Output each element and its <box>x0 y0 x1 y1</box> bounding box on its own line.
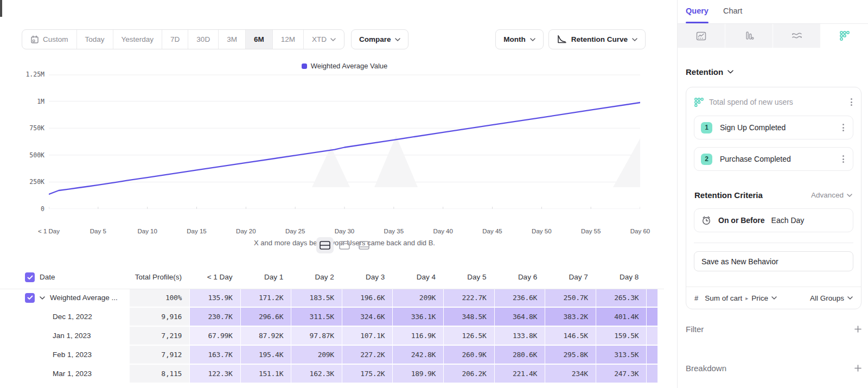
total-profiles-cell[interactable]: 7,912 <box>130 346 189 364</box>
retention-condition[interactable]: On or Before Each Day <box>694 208 853 232</box>
add-breakdown-icon[interactable] <box>854 365 861 372</box>
column-header[interactable]: Day 2 <box>291 267 342 288</box>
retention-value-cell[interactable]: 87.92K <box>241 327 291 345</box>
add-filter-icon[interactable] <box>854 326 861 333</box>
retention-value-cell[interactable]: 364.8K <box>495 308 545 326</box>
step-menu-button[interactable] <box>840 153 846 165</box>
row-date-label[interactable]: Jan 1, 2023 <box>0 327 129 345</box>
retention-value-cell[interactable]: 311.5K <box>291 308 342 326</box>
retention-value-cell[interactable]: 159.5K <box>596 327 647 345</box>
retention-value-cell[interactable]: 236.6K <box>495 289 545 307</box>
retention-value-cell[interactable]: 209K <box>291 346 342 364</box>
retention-value-cell[interactable]: 295.8K <box>545 346 596 364</box>
retention-value-cell[interactable]: 280.6K <box>495 346 545 364</box>
chart-plot-area[interactable] <box>49 74 640 209</box>
table-row-label[interactable]: Weighted Average ... <box>0 289 129 307</box>
split-view-button[interactable] <box>316 237 334 253</box>
retention-value-cell[interactable]: 196.6K <box>342 289 393 307</box>
table-view-button[interactable] <box>355 237 373 253</box>
section-header[interactable]: Retention <box>678 48 868 77</box>
range-custom[interactable]: Custom <box>22 30 77 49</box>
retention-value-cell[interactable]: 162.3K <box>291 365 342 383</box>
retention-value-cell[interactable]: 247.3K <box>596 365 647 383</box>
column-header[interactable]: Day 4 <box>393 267 443 288</box>
retention-value-cell[interactable]: 135.9K <box>190 289 240 307</box>
column-header[interactable]: Day 3 <box>342 267 393 288</box>
range-3m[interactable]: 3M <box>219 30 246 49</box>
range-7d[interactable]: 7D <box>162 30 188 49</box>
step-menu-button[interactable] <box>840 122 846 133</box>
retention-value-cell[interactable]: 230.7K <box>190 308 240 326</box>
retention-value-cell[interactable]: 401.4K <box>596 308 647 326</box>
retention-value-cell[interactable]: 133.8K <box>495 327 545 345</box>
row-date-label[interactable]: Dec 1, 2022 <box>0 308 129 326</box>
behavior-step-1[interactable]: 1Sign Up Completed <box>694 116 853 139</box>
row-date-label[interactable]: Mar 1, 2023 <box>0 365 129 383</box>
column-header[interactable]: Total Profile(s) <box>130 267 189 288</box>
retention-value-cell[interactable]: 122.3K <box>190 365 240 383</box>
retention-value-cell[interactable]: 242.8K <box>393 346 443 364</box>
retention-value-cell[interactable]: 151.1K <box>241 365 291 383</box>
flows-tab[interactable] <box>773 24 821 48</box>
save-as-new-behavior-button[interactable]: Save as New Behavior <box>694 251 853 271</box>
column-header[interactable]: Day 1 <box>241 267 291 288</box>
all-groups-dropdown[interactable]: All Groups <box>810 294 853 302</box>
retention-value-cell[interactable]: 97.87K <box>291 327 342 345</box>
retention-value-cell[interactable]: 250.7K <box>545 289 596 307</box>
range-30d[interactable]: 30D <box>188 30 219 49</box>
total-profiles-cell[interactable]: 7,219 <box>130 327 189 345</box>
column-header[interactable]: Day 8 <box>596 267 647 288</box>
range-today[interactable]: Today <box>77 30 113 49</box>
retention-value-cell[interactable]: 313.5K <box>596 346 647 364</box>
total-profiles-cell[interactable]: 100% <box>130 289 189 307</box>
retention-value-cell[interactable]: 265.3K <box>596 289 647 307</box>
row-checkbox[interactable] <box>25 293 35 303</box>
compare-button[interactable]: Compare <box>351 29 409 49</box>
retention-value-cell[interactable]: 383.2K <box>545 308 596 326</box>
measure-row[interactable]: # Sum of cart ▸ Price All Groups <box>686 287 861 309</box>
range-6m[interactable]: 6M <box>246 30 273 49</box>
range-xtd[interactable]: XTD <box>304 30 344 49</box>
tab-query[interactable]: Query <box>686 7 709 23</box>
retention-value-cell[interactable]: 146.5K <box>545 327 596 345</box>
chart-legend[interactable]: Weighted Average Value <box>49 62 640 70</box>
range-yesterday[interactable]: Yesterday <box>113 30 163 49</box>
retention-value-cell[interactable]: 107.1K <box>342 327 393 345</box>
retention-value-cell[interactable]: 234K <box>545 365 596 383</box>
retention-value-cell[interactable]: 221.4K <box>495 365 545 383</box>
retention-value-cell[interactable]: 189.9K <box>393 365 443 383</box>
retention-value-cell[interactable]: 227.2K <box>342 346 393 364</box>
retention-value-cell[interactable]: 260.9K <box>444 346 494 364</box>
retention-value-cell[interactable]: 222.7K <box>444 289 494 307</box>
column-header[interactable]: Day 6 <box>495 267 545 288</box>
behavior-menu-button[interactable] <box>848 96 854 108</box>
chart-type-dropdown[interactable]: Retention Curve <box>548 29 646 49</box>
retention-value-cell[interactable]: 195.4K <box>241 346 291 364</box>
granularity-dropdown[interactable]: Month <box>495 29 543 49</box>
retention-value-cell[interactable]: 206.2K <box>444 365 494 383</box>
row-checkbox[interactable] <box>25 272 35 282</box>
tab-chart[interactable]: Chart <box>723 7 742 23</box>
retention-value-cell[interactable]: 296.6K <box>241 308 291 326</box>
column-header[interactable]: Day 5 <box>444 267 494 288</box>
retention-value-cell[interactable]: 336.1K <box>393 308 443 326</box>
retention-value-cell[interactable]: 348.5K <box>444 308 494 326</box>
column-header[interactable]: < 1 Day <box>190 267 240 288</box>
range-12m[interactable]: 12M <box>273 30 304 49</box>
retention-value-cell[interactable]: 116.9K <box>393 327 443 345</box>
total-profiles-cell[interactable]: 8,115 <box>130 365 189 383</box>
retention-value-cell[interactable]: 126.5K <box>444 327 494 345</box>
retention-value-cell[interactable]: 67.99K <box>190 327 240 345</box>
retention-value-cell[interactable]: 209K <box>393 289 443 307</box>
retention-value-cell[interactable]: 171.2K <box>241 289 291 307</box>
funnels-tab[interactable] <box>725 24 773 48</box>
behavior-step-2[interactable]: 2Purchase Completed <box>694 147 853 171</box>
advanced-dropdown[interactable]: Advanced <box>811 191 852 199</box>
retention-value-cell[interactable]: 175.2K <box>342 365 393 383</box>
total-profiles-cell[interactable]: 9,916 <box>130 308 189 326</box>
retention-value-cell[interactable]: 183.5K <box>291 289 342 307</box>
column-header[interactable]: Day 7 <box>545 267 596 288</box>
expand-chevron-icon[interactable] <box>40 296 45 300</box>
insights-tab[interactable] <box>678 24 725 48</box>
retention-value-cell[interactable]: 324.6K <box>342 308 393 326</box>
